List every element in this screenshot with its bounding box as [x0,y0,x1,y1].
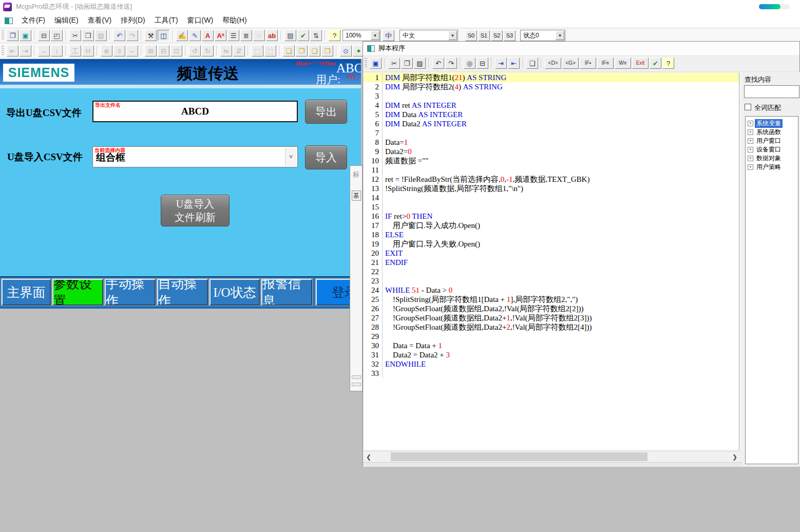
font-case-icon[interactable]: Aª [215,30,226,41]
nav-button-io[interactable]: I/O状态 [209,279,260,306]
property-page-icon[interactable]: ▤ [284,30,296,41]
code-line[interactable]: 15 [364,202,739,212]
expand-icon[interactable]: + [748,156,753,161]
import-file-combobox[interactable]: 当前选择内容 组合框 ˅ [92,146,298,167]
code-line[interactable]: 30 Data = Data + 1 [364,341,739,350]
cut-icon[interactable]: ✂ [388,58,400,69]
tree-item-device-windows[interactable]: + 设备窗口 [746,145,798,154]
code-line[interactable]: 7 [364,128,739,138]
export-button[interactable]: 导出 [305,100,347,124]
tree-item-user-strategies[interactable]: + 用户策略 [746,163,798,172]
code-editor[interactable]: 1DIM 局部字符数组1(21) AS STRING2DIM 局部字符数组2(4… [364,73,739,450]
indent-right-icon[interactable]: ⇥ [495,58,507,69]
expand-icon[interactable]: + [748,138,753,144]
code-line[interactable]: 17 用户窗口.导入成功.Open() [364,221,739,230]
code-line[interactable]: 24WHILE 51 - Data > 0 [364,286,739,295]
if-then-block-icon[interactable]: IF▪ [580,58,596,69]
state-button[interactable]: S2 [491,30,503,41]
window-center-v-icon[interactable]: ⊡ [170,45,182,56]
space-vertical-icon[interactable]: ↕ [51,45,63,56]
while-block-icon[interactable]: W≡ [615,58,631,69]
code-line[interactable]: 19 用户窗口.导入失败.Open() [364,239,739,249]
nav-button-alarm[interactable]: 报警信息 [261,279,312,306]
nav-button-params[interactable]: 参数设置 [52,279,103,306]
state-button[interactable]: S3 [504,30,516,41]
code-line[interactable]: 8Data=1 [364,138,739,147]
same-height-icon[interactable]: ⇳ [113,45,125,56]
code-line[interactable]: 32ENDWHILE [364,359,739,369]
code-line[interactable]: 18ELSE [364,230,739,239]
child-window-icon[interactable] [5,17,13,24]
copy-icon[interactable]: ❒ [82,30,94,41]
group-icon[interactable]: ⬚ [252,45,263,56]
send-to-back-icon[interactable]: ❐ [296,45,308,56]
code-line[interactable]: 13!SplitString(频道数据,局部字符数组1,"\n") [364,184,739,193]
hidden-dialog-sliver[interactable]: 标 基 [350,165,363,391]
menu-item[interactable]: 查看(V) [83,14,117,27]
hmi-canvas[interactable]: SIEMENS 频道传送 $Date+" "+$Time ABC 用户: INT… [0,59,361,309]
code-line[interactable]: 16IF ret>0 THEN [364,212,739,221]
expand-icon[interactable]: + [748,121,753,126]
text-lines-icon[interactable]: ☰ [227,30,239,41]
print-icon[interactable]: ⊟ [38,30,50,41]
tree-item-system-functions[interactable]: + 系统函数 [746,128,798,137]
scrollbar-thumb[interactable] [391,452,647,461]
translate-icon[interactable]: 中 [383,30,394,41]
code-line[interactable]: 3 [364,91,739,101]
expand-icon[interactable]: + [748,164,753,170]
text-list-icon[interactable]: ≣ [240,30,252,41]
device-config-icon[interactable]: ✎ [189,30,201,41]
new-window-icon[interactable]: ❐ [7,30,18,41]
comment-icon[interactable]: ❑ [526,58,538,69]
print-preview-icon[interactable]: ◰ [51,30,63,41]
tree-item-system-variables[interactable]: + 系统变量 [746,119,798,128]
expand-icon[interactable]: + [748,147,753,153]
ungroup-icon[interactable]: ⬚ [264,45,276,56]
save-icon[interactable]: ▣ [20,30,31,41]
center-vertical-icon[interactable]: 工 [69,45,81,56]
center-horizontal-icon[interactable]: H [82,45,94,56]
code-line[interactable]: 20EXIT [364,249,739,258]
format-check-icon[interactable]: ⊟ [477,58,488,69]
code-line[interactable]: 11 [364,165,739,175]
if-else-block-icon[interactable]: IF≡ [597,58,614,69]
exit-block-icon[interactable]: Exit [632,58,649,69]
toolbar-grip[interactable] [365,58,367,68]
code-line[interactable]: 9Data2=0 [364,147,739,156]
menu-item[interactable]: 帮助(H) [218,14,251,27]
combo-dropdown-arrow[interactable]: ˅ [285,148,296,166]
code-line[interactable]: 27 !GroupSetFloat(频道数据组,Data2+1,!Val(局部字… [364,313,739,322]
undo-icon[interactable]: ↶ [432,58,444,69]
menu-item[interactable]: 窗口(W) [183,14,218,27]
same-width-icon[interactable]: ⇔ [126,45,138,56]
spellcheck-abc-icon[interactable]: ab [266,30,278,41]
copy-icon[interactable]: ❐ [401,58,413,69]
tree-item-data-objects[interactable]: + 数据对象 [746,154,798,163]
code-line[interactable]: 4DIM ret AS INTEGER [364,101,739,110]
nav-button-main[interactable]: 主界面 [2,279,51,306]
dots-grid-icon[interactable]: ⁙ [253,30,265,41]
code-line[interactable]: 5DIM Data AS INTEGER [364,110,739,119]
syntax-check-icon[interactable]: ✔ [650,58,661,69]
language-select[interactable]: 中文 ▼ [399,30,458,41]
export-filename-input[interactable]: 导出文件名 ABCD [92,101,298,122]
scroll-left-arrow[interactable]: ❮ [364,451,373,462]
status-select-arrow[interactable]: ▼ [556,31,564,40]
code-line[interactable]: 31 Data2 = Data2 + 3 [364,350,739,359]
code-line[interactable]: 10频道数据 ="" [364,156,739,165]
find-input[interactable] [744,85,799,98]
sort-order-icon[interactable]: ⇅ [310,30,322,41]
insert-function-icon[interactable]: <G> [562,58,579,69]
code-line[interactable]: 6DIM Data2 AS INTEGER [364,119,739,128]
move-backward-icon[interactable]: ❒ [321,45,333,56]
same-size-icon[interactable]: ⊕ [101,45,112,56]
toolbox-icon[interactable]: ⚒ [145,30,157,41]
font-color-icon[interactable]: A [202,30,214,41]
state-button[interactable]: S0 [465,30,477,41]
language-select-arrow[interactable]: ▼ [448,31,457,40]
tree-item-user-windows[interactable]: + 用户窗口 [746,137,798,145]
lock-icon[interactable]: ⊙ [340,45,352,56]
align-left-icon[interactable]: ⇤ [7,45,18,56]
zoom-select-arrow[interactable]: ▼ [371,31,379,40]
paste-icon[interactable]: ▨ [95,30,107,41]
